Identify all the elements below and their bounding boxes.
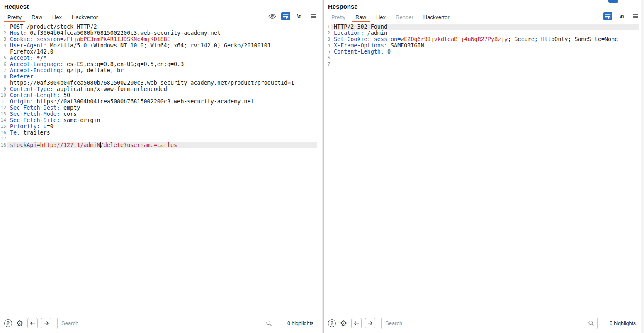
code-line[interactable]: 3Cookie: session=zFtjabPC3nmPk4R1IJDSKNc… (0, 36, 317, 42)
line-content (331, 61, 639, 67)
line-content: Accept-Encoding: gzip, deflate, br (7, 67, 317, 73)
settings-gear-icon[interactable]: ⚙ (340, 319, 347, 327)
line-number: 15 (0, 123, 7, 130)
line-content: HTTP/2 302 Found (331, 24, 639, 30)
help-icon[interactable]: ? (4, 319, 12, 327)
line-content: X-Frame-Options: SAMEORIGIN (331, 42, 639, 49)
highlights-count: 0 highlights (279, 313, 322, 333)
code-line[interactable]: 8Referer: (0, 73, 317, 80)
hide-highlighting-eye-icon[interactable] (267, 12, 277, 20)
response-editor-icons: \n (603, 12, 640, 22)
tab-render: Render (391, 12, 418, 22)
response-tabs: PrettyRawHexRenderHackvertor (326, 12, 454, 22)
line-content (7, 136, 317, 142)
repeater-window: Request PrettyRawHexHackvertor (0, 0, 644, 333)
code-line[interactable]: 11Origin: https://0af3004b04fcea5080b768… (0, 98, 317, 105)
response-panel: Response PrettyRawHexRenderHackvertor \n (324, 0, 644, 333)
code-line: 1HTTP/2 302 Found (324, 24, 639, 30)
code-line[interactable]: 17 (0, 136, 317, 142)
search-previous-button[interactable] (351, 318, 362, 328)
code-line[interactable]: 15Priority: u=0 (0, 123, 317, 130)
editor-menu-icon[interactable] (309, 12, 318, 20)
code-line[interactable]: 13Sec-Fetch-Mode: cors (0, 111, 317, 117)
editor-menu-icon[interactable] (631, 12, 640, 20)
line-number: 11 (0, 98, 7, 105)
line-content: Content-Length: 0 (331, 49, 639, 55)
line-number: 16 (0, 130, 7, 136)
search-input[interactable] (57, 318, 275, 329)
word-wrap-toggle-icon[interactable] (603, 12, 612, 20)
tab-hex[interactable]: Hex (47, 12, 67, 22)
code-line: 5Content-Length: 0 (324, 49, 639, 55)
line-content: Referer: (7, 73, 317, 80)
line-number: 17 (0, 136, 7, 142)
search-input[interactable] (381, 318, 598, 329)
code-line[interactable]: 5Accept: */* (0, 55, 317, 61)
search-icon (266, 320, 272, 328)
code-line[interactable]: 14Sec-Fetch-Site: same-origin (0, 117, 317, 123)
line-content: Origin: https://0af3004b04fcea5080b76815… (7, 98, 317, 105)
response-tab-bar: PrettyRawHexRenderHackvertor \n (324, 12, 644, 22)
tab-raw[interactable]: Raw (350, 12, 371, 22)
line-number: 6 (324, 55, 331, 61)
line-number: 7 (0, 67, 7, 73)
newline-toggle-icon[interactable]: \n (617, 12, 626, 20)
code-line[interactable]: 6Accept-Language: es-ES,es;q=0.8,en-US;q… (0, 61, 317, 67)
code-line[interactable]: 12Sec-Fetch-Dest: empty (0, 105, 317, 111)
line-number: 14 (0, 117, 7, 123)
tab-hackvertor[interactable]: Hackvertor (418, 12, 454, 22)
line-content: Te: trailers (7, 130, 317, 136)
line-number: 3 (0, 36, 7, 42)
line-content: stockApi=http://127.1/admiN/delete?usern… (7, 142, 317, 148)
highlights-count: 0 highlights (601, 313, 644, 333)
tab-hex[interactable]: Hex (371, 12, 391, 22)
code-line[interactable]: 2Host: 0af3004b04fcea5080b76815002200c3.… (0, 30, 317, 36)
line-number: 18 (0, 142, 7, 148)
line-number: 2 (324, 30, 331, 36)
help-icon[interactable]: ? (328, 319, 336, 327)
search-previous-button[interactable] (27, 318, 38, 328)
code-line[interactable]: 16Te: trailers (0, 130, 317, 136)
response-search-field (381, 318, 598, 329)
code-line[interactable]: https://0af3004b04fcea5080b76815002200c3… (0, 80, 317, 86)
code-line[interactable]: 4User-Agent: Mozilla/5.0 (Windows NT 10.… (0, 42, 317, 49)
line-number: 13 (0, 111, 7, 117)
request-search-field (57, 318, 275, 329)
tab-raw[interactable]: Raw (27, 12, 47, 22)
tab-pretty: Pretty (326, 12, 350, 22)
request-editor[interactable]: 1POST /product/stock HTTP/22Host: 0af300… (0, 22, 322, 313)
response-viewer[interactable]: 1HTTP/2 302 Found2Location: /admin3Set-C… (324, 22, 644, 313)
cropped-toolbar-button (608, 0, 618, 3)
line-content: Cookie: session=zFtjabPC3nmPk4R1IJDSKNc4… (7, 36, 317, 42)
code-line[interactable]: Firefox/142.0 (0, 49, 317, 55)
line-content: Location: /admin (331, 30, 639, 36)
search-icon (588, 320, 594, 328)
word-wrap-toggle-icon[interactable] (281, 12, 290, 20)
line-number: 5 (324, 49, 331, 55)
code-line[interactable]: 1POST /product/stock HTTP/2 (0, 24, 317, 30)
newline-toggle-icon[interactable]: \n (295, 12, 304, 20)
line-number: 1 (324, 24, 331, 30)
response-search-bar: ? ⚙ 0 highlights (324, 313, 644, 333)
tab-pretty[interactable]: Pretty (2, 12, 27, 22)
code-line[interactable]: 7Accept-Encoding: gzip, deflate, br (0, 67, 317, 73)
search-next-button[interactable] (41, 318, 51, 328)
code-line: 4X-Frame-Options: SAMEORIGIN (324, 42, 639, 49)
code-line[interactable]: 10Content-Length: 50 (0, 92, 317, 98)
window-scrollbar[interactable] (641, 0, 644, 333)
line-content: Sec-Fetch-Dest: empty (7, 105, 317, 111)
response-title: Response (324, 0, 644, 12)
code-line[interactable]: 18stockApi=http://127.1/admiN/delete?use… (0, 142, 317, 148)
tab-hackvertor[interactable]: Hackvertor (67, 12, 103, 22)
request-tab-bar: PrettyRawHexHackvertor (0, 12, 322, 22)
line-content: Sec-Fetch-Mode: cors (7, 111, 317, 117)
search-next-button[interactable] (365, 318, 375, 328)
request-tabs: PrettyRawHexHackvertor (2, 12, 103, 22)
code-line[interactable]: 9Content-Type: application/x-www-form-ur… (0, 86, 317, 92)
line-number: 7 (324, 61, 331, 67)
line-content: Accept: */* (7, 55, 317, 61)
line-number: 1 (0, 24, 7, 30)
settings-gear-icon[interactable]: ⚙ (16, 319, 23, 327)
line-number: 4 (0, 42, 7, 49)
request-editor-icons: \n (267, 12, 318, 22)
